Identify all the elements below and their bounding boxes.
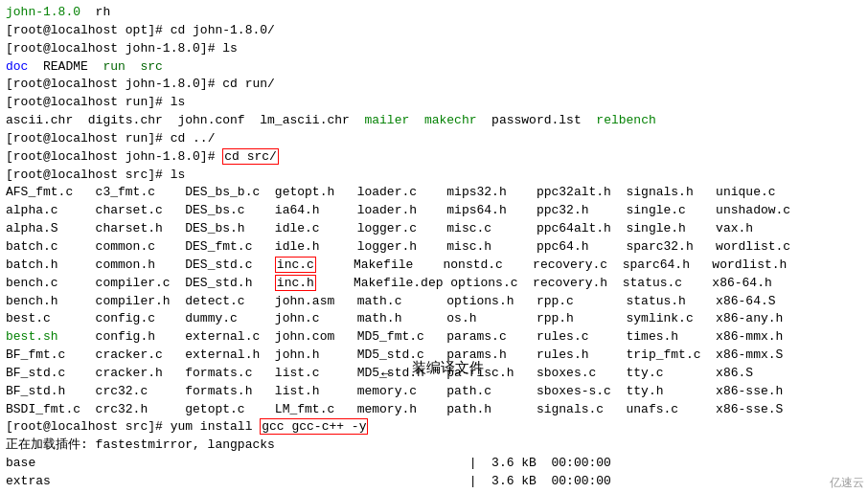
- ls-row-1: AFS_fmt.c c3_fmt.c DES_bs_b.c getopt.h l…: [6, 184, 862, 202]
- line-8: [root@localhost run]# cd ../: [6, 130, 862, 148]
- text-makechr: makechr: [424, 113, 477, 127]
- annotation-arrow: ←: [381, 366, 391, 383]
- line-10: [root@localhost src]# ls: [6, 167, 862, 185]
- ls-row-5: batch.h common.h DES_std.c inc.c Makefil…: [6, 257, 862, 275]
- line-7: ascii.chr digits.chr john.conf lm_ascii.…: [6, 112, 862, 130]
- highlight-gcc: gcc gcc-c++ -y: [260, 418, 368, 435]
- text-src: src: [140, 59, 162, 74]
- line-extras: extras | 3.6 kB 00:00:00: [6, 473, 862, 491]
- text-mailer: mailer: [364, 113, 409, 127]
- ls-row-13: BSDI_fmt.c crc32.h getopt.c LM_fmt.c mem…: [6, 401, 862, 419]
- terminal: john-1.8.0 rh [root@localhost opt]# cd j…: [0, 0, 868, 493]
- text-relbench: relbench: [596, 113, 655, 127]
- ls-row-12: BF_std.h crc32.c formats.h list.h memory…: [6, 383, 862, 401]
- line-4: doc README run src: [6, 58, 862, 77]
- ls-row-7: bench.h compiler.h detect.c john.asm mat…: [6, 293, 862, 311]
- ls-row-2: alpha.c charset.c DES_bs.c ia64.h loader…: [6, 202, 862, 220]
- ls-row-9: best.sh config.h external.c john.com MD5…: [6, 328, 862, 347]
- highlight-inc-c: inc.c: [275, 257, 316, 273]
- highlight-cd-src: cd src/: [222, 148, 279, 165]
- line-6: [root@localhost run]# ls: [6, 94, 862, 112]
- text-run: run: [103, 59, 125, 74]
- ls-row-8: best.c config.c dummy.c john.c math.h os…: [6, 310, 862, 328]
- line-5: [root@localhost john-1.8.0]# cd run/: [6, 76, 862, 94]
- text-best-sh: best.sh: [6, 329, 58, 344]
- watermark: 亿速云: [830, 475, 864, 491]
- ls-row-4: batch.c common.c DES_fmt.c idle.h logger…: [6, 238, 862, 257]
- line-base: base | 3.6 kB 00:00:00: [6, 455, 862, 473]
- line-3: [root@localhost john-1.8.0]# ls: [6, 40, 862, 58]
- text-doc: doc: [6, 59, 28, 74]
- line-9: [root@localhost john-1.8.0]# cd src/: [6, 148, 862, 167]
- highlight-inc-h: inc.h: [275, 275, 316, 291]
- ls-row-3: alpha.S charset.h DES_bs.h idle.c logger…: [6, 220, 862, 238]
- line-loading: 正在加载插件: fastestmirror, langpacks: [6, 437, 862, 455]
- ls-row-6: bench.c compiler.c DES_std.h inc.h Makef…: [6, 275, 862, 293]
- text-john: john-1.8.0: [6, 5, 80, 19]
- line-2: [root@localhost opt]# cd john-1.8.0/: [6, 22, 862, 40]
- line-1: john-1.8.0 rh: [6, 4, 862, 22]
- line-yum: [root@localhost src]# yum install gcc gc…: [6, 418, 862, 437]
- annotation-text: 装编译文件: [412, 359, 484, 377]
